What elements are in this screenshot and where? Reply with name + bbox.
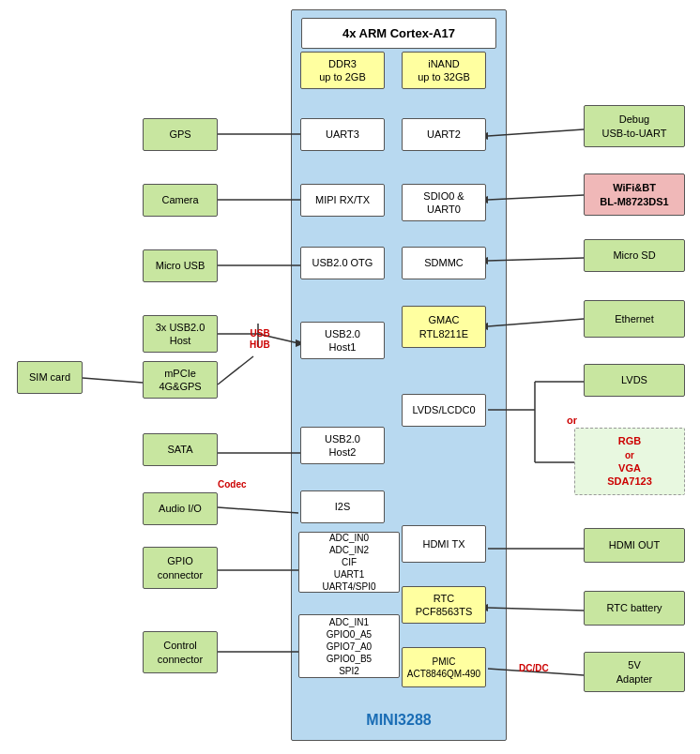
center-title: 4x ARM Cortex-A17 — [301, 18, 496, 49]
mipirxtx-block: MIPI RX/TX — [300, 184, 385, 217]
sata-block: SATA — [143, 433, 218, 466]
dcdc-label: DC/DC — [519, 663, 549, 673]
diagram-container: 4x ARM Cortex-A17 MINI3288 — [0, 0, 700, 754]
svg-line-19 — [218, 507, 298, 513]
adapter5v-block: 5VAdapter — [584, 652, 685, 692]
wifibt-block: WiFi&BTBL-M8723DS1 — [584, 173, 685, 216]
inand-block: iNANDup to 32GB — [402, 52, 486, 89]
adcgroup2-block: ADC_IN1GPIO0_A5GPIO7_A0GPIO0_B5SPI2 — [298, 614, 400, 678]
usb2host2-block: USB2.0Host2 — [300, 427, 385, 464]
hdmitx-block: HDMI TX — [402, 525, 486, 563]
audio-block: Audio I/O — [143, 492, 218, 525]
uart2-block: UART2 — [402, 118, 486, 151]
usb2host1-block: USB2.0Host1 — [300, 322, 385, 359]
ethernet-block: Ethernet — [584, 300, 685, 338]
microsd-block: Micro SD — [584, 239, 685, 272]
uart3-block: UART3 — [300, 118, 385, 151]
sdio0uart0-block: SDIO0 &UART0 — [402, 184, 486, 221]
camera-block: Camera — [143, 184, 218, 217]
or-label: or — [567, 415, 577, 426]
gpio-block: GPIOconnector — [143, 547, 218, 589]
i2s-block: I2S — [300, 490, 385, 523]
usb2otg-block: USB2.0 OTG — [300, 247, 385, 279]
usbhost-block: 3x USB2.0Host — [143, 315, 218, 353]
lvdslcdc0-block: LVDS/LCDC0 — [402, 394, 486, 427]
simcard-block: SIM card — [17, 361, 83, 394]
pmic-block: PMICACT8846QM-490 — [402, 647, 486, 687]
usb-hub-label: USBHUB — [250, 328, 270, 351]
hdmiout-block: HDMI OUT — [584, 528, 685, 563]
sdmmc-block: SDMMC — [402, 247, 486, 279]
svg-line-12 — [83, 378, 143, 383]
center-bottom-label: MINI3288 — [292, 712, 506, 729]
ddr3-block: DDR3up to 2GB — [300, 52, 385, 89]
lvds-block: LVDS — [584, 364, 685, 397]
mpcie-block: mPCIe4G&GPS — [143, 361, 218, 399]
debug-block: DebugUSB-to-UART — [584, 105, 685, 147]
rtcbattery-block: RTC battery — [584, 591, 685, 626]
rgbvga-block: RGBorVGASDA7123 — [574, 428, 685, 495]
gps-block: GPS — [143, 118, 218, 151]
adcgroup1-block: ADC_IN0ADC_IN2CIFUART1UART4/SPI0 — [298, 532, 400, 593]
microusb-block: Micro USB — [143, 249, 218, 282]
rtc-block: RTCPCF8563TS — [402, 586, 486, 624]
codec-label: Codec — [218, 479, 247, 490]
gmac-block: GMACRTL8211E — [402, 306, 486, 348]
control-block: Controlconnector — [143, 631, 218, 673]
svg-line-15 — [218, 356, 253, 385]
